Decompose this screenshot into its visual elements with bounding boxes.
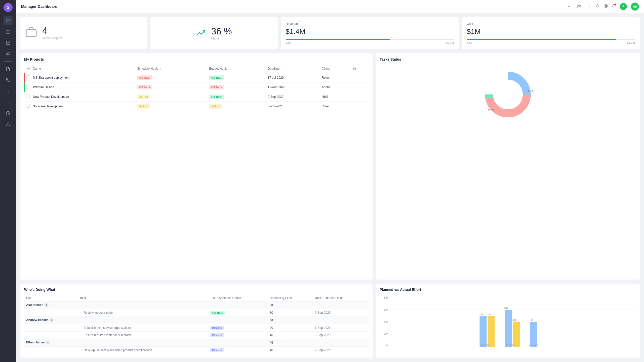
svg-text:50%: 50% xyxy=(488,108,494,112)
planned-vs-actual-panel: Planned v/s Actual Effort 400 300 200 10… xyxy=(376,284,640,358)
cost-percent: 89% xyxy=(467,41,472,44)
active-projects-info: 4 Active Projects xyxy=(42,26,62,40)
svg-point-17 xyxy=(596,5,599,7)
svg-point-4 xyxy=(8,90,8,90)
y-label-400: 400 xyxy=(380,297,388,299)
notification-dot xyxy=(614,4,616,6)
sidebar-icon-doc[interactable] xyxy=(4,65,13,74)
more-options-button[interactable] xyxy=(586,3,593,10)
svg-point-1 xyxy=(7,52,8,54)
revenue-total: $2.3M xyxy=(446,41,454,44)
cost-amount: $1M xyxy=(467,28,635,36)
wdw-task-row: Review modular code On Track 80 9-Sep-20… xyxy=(24,309,369,316)
margin-info: 36 % Margin xyxy=(211,26,232,40)
svg-line-18 xyxy=(598,7,599,8)
topbar-right: + AB xyxy=(596,3,639,11)
project-name: Website Design xyxy=(31,82,136,92)
deadline: 3-Nov-2020 xyxy=(266,102,320,111)
sidebar-logo[interactable]: S xyxy=(4,3,13,12)
notification-bell-icon[interactable] xyxy=(612,4,616,9)
revenue-progress-bar xyxy=(286,39,454,40)
project-name: New Product Development xyxy=(31,92,136,102)
svg-text:198: 198 xyxy=(530,319,533,322)
mention-icon[interactable] xyxy=(604,4,608,9)
revenue-progress-labels: 62% $2.3M xyxy=(286,41,454,44)
budget-badge: On Track xyxy=(209,75,224,80)
svg-text:35-2020: 35-2020 xyxy=(529,344,538,346)
trending-up-icon xyxy=(196,28,205,38)
revenue-progress-fill xyxy=(286,39,390,40)
bar-33-actual xyxy=(488,316,495,347)
task-health-badge: On Track xyxy=(210,311,225,315)
row-checkbox[interactable] xyxy=(26,104,30,108)
table-row: MS Sharepoint deployment Off Track On Tr… xyxy=(25,73,369,82)
svg-point-3 xyxy=(6,78,8,80)
wdw-col-effort: Remaining Effort xyxy=(268,295,313,301)
col-options[interactable] xyxy=(351,64,369,73)
budget-badge: On Track xyxy=(209,95,224,99)
schedule-badge: At Risk xyxy=(137,95,150,99)
sidebar-icon-more[interactable] xyxy=(4,87,13,96)
col-schedule: Schedule Health ↑ xyxy=(136,64,208,73)
group-badge: 2 xyxy=(50,318,54,322)
user-avatar[interactable]: AB xyxy=(631,3,639,11)
row-checkbox[interactable] xyxy=(26,75,30,79)
sidebar-icon-clock[interactable] xyxy=(4,109,13,118)
y-label-300: 300 xyxy=(380,308,388,311)
planned-vs-actual-title: Planned v/s Actual Effort xyxy=(380,288,636,292)
my-projects-panel: My Projects Name Schedule Health ↑ Budge… xyxy=(20,53,373,280)
col-budget: Budget Health xyxy=(208,64,266,73)
sidebar-icon-chart[interactable] xyxy=(4,98,13,107)
revenue-percent: 62% xyxy=(286,41,291,44)
my-projects-title: My Projects xyxy=(24,57,369,61)
kpi-cards-row: 4 Active Projects 36 % Margin Revenue $1… xyxy=(20,17,640,49)
row-checkbox[interactable] xyxy=(26,95,30,98)
col-deadline: Deadline ↑ xyxy=(266,64,320,73)
svg-rect-24 xyxy=(355,68,356,69)
sidebar-icon-users[interactable] xyxy=(4,49,13,58)
cost-title: Cost xyxy=(467,22,635,26)
svg-rect-23 xyxy=(353,68,354,69)
row-checkbox[interactable] xyxy=(26,85,30,88)
wdw-col-health: Task : Schedule Health xyxy=(208,295,268,301)
revenue-amount: $1.4M xyxy=(286,28,454,36)
task-health-badge: Blocked xyxy=(210,326,224,330)
table-row: Website Design Off Track Off Track 11-Au… xyxy=(25,82,369,92)
sidebar-icon-check[interactable] xyxy=(4,38,13,47)
svg-point-2 xyxy=(9,81,10,82)
sidebar-icon-cloud[interactable] xyxy=(4,16,13,25)
y-label-0: 0 xyxy=(380,344,388,347)
wdw-group-row: Andrew Brooks2 60 xyxy=(24,316,369,324)
svg-text:244: 244 xyxy=(479,313,483,316)
main-middle-grid: My Projects Name Schedule Health ↑ Budge… xyxy=(20,53,640,280)
add-tab-button[interactable] xyxy=(566,3,573,10)
svg-point-14 xyxy=(589,5,589,6)
tasks-status-panel: Tasks Status 47% 50% xyxy=(376,53,640,280)
sidebar-divider xyxy=(4,61,12,62)
bar-35-planned xyxy=(530,322,537,347)
project-name: Software Development xyxy=(31,102,136,111)
content-area: 4 Active Projects 36 % Margin Revenue $1… xyxy=(16,13,644,362)
whos-doing-what-panel: Who's Doing What User ↑ Task Task : Sche… xyxy=(20,284,373,358)
col-client: Client xyxy=(320,64,351,73)
bars-svg: 244 244 296 201 198 xyxy=(389,297,636,347)
svg-rect-0 xyxy=(6,31,10,33)
revenue-title: Revenue xyxy=(286,22,454,26)
sidebar-icon-briefcase[interactable] xyxy=(4,27,13,36)
bar-chart-area: 244 244 296 201 198 xyxy=(389,297,636,347)
deadline: 17-Jul-2020 xyxy=(266,73,320,82)
margin-card: 36 % Margin xyxy=(150,17,278,49)
svg-text:47%: 47% xyxy=(528,89,534,93)
deadline: 9-Sep-2020 xyxy=(266,92,320,102)
deadline: 11-Aug-2020 xyxy=(266,82,320,92)
svg-rect-22 xyxy=(355,67,356,68)
budget-badge: Off Track xyxy=(209,85,224,89)
search-icon[interactable] xyxy=(596,4,600,9)
add-button[interactable]: + xyxy=(620,3,627,10)
sidebar-icon-git[interactable] xyxy=(4,76,13,85)
client: Rolex xyxy=(320,102,351,111)
bar-34-actual xyxy=(513,322,520,347)
bar-34-planned xyxy=(505,310,512,347)
edit-button[interactable] xyxy=(576,3,583,10)
sidebar-icon-person[interactable] xyxy=(4,120,13,129)
